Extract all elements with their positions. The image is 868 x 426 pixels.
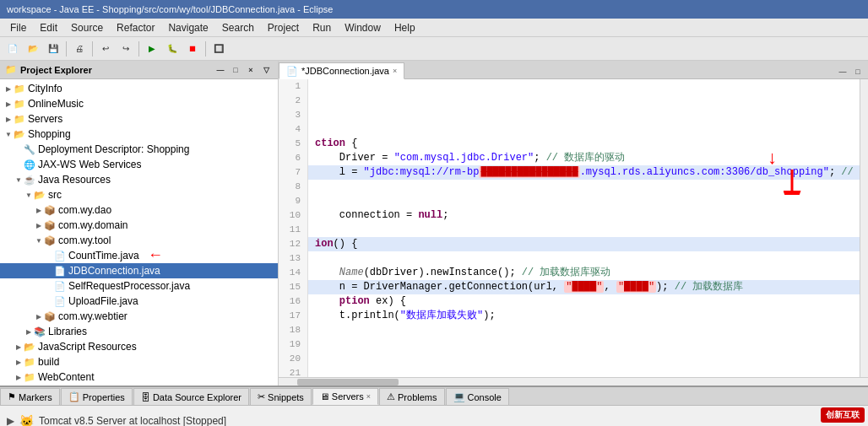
- folder-icon: 📁: [14, 114, 25, 125]
- server-start-btn[interactable]: ▶: [7, 415, 14, 426]
- console-label: Console: [468, 392, 502, 402]
- toolbar-redo[interactable]: ↪: [117, 40, 135, 58]
- tab-icon: 📄: [286, 66, 298, 77]
- tree-item-deploy[interactable]: 🔧 Deployment Descriptor: Shopping: [0, 142, 278, 157]
- code-line-5: 5 ction {: [279, 137, 868, 151]
- tree-item-build[interactable]: ▶ 📁 build: [0, 354, 278, 369]
- tree-label-webcontent: WebContent: [38, 371, 95, 383]
- java-file-icon: 📄: [54, 251, 66, 262]
- tree-item-com-wy-webtier[interactable]: ▶ 📦 com.wy.webtier: [0, 309, 278, 324]
- project-explorer-icon: 📁: [5, 64, 17, 75]
- tab-close-btn[interactable]: ×: [393, 67, 397, 75]
- menu-refactor[interactable]: Refactor: [110, 20, 161, 35]
- menu-window[interactable]: Window: [338, 20, 388, 35]
- tree-item-webcontent[interactable]: ▶ 📁 WebContent: [0, 369, 278, 385]
- package-icon: 📦: [44, 205, 56, 216]
- menu-run[interactable]: Run: [306, 20, 338, 35]
- code-line-16: 16 ption ex) {: [279, 294, 868, 309]
- servers-icon: 🖥: [320, 391, 329, 402]
- code-line-17: 17 t.println("数据库加载失败");: [279, 309, 868, 323]
- folder-icon: 📁: [24, 372, 35, 383]
- menu-help[interactable]: Help: [388, 20, 422, 35]
- toolbar-print[interactable]: 🖨: [70, 40, 89, 58]
- menu-edit[interactable]: Edit: [33, 20, 64, 35]
- code-line-6: 6 Driver = "com.mysql.jdbc.Driver"; // 数…: [279, 151, 868, 165]
- bottom-tab-datasource[interactable]: 🗄 Data Source Explorer: [133, 388, 249, 405]
- bottom-tab-snippets[interactable]: ✂ Snippets: [250, 388, 312, 405]
- tree-item-jaxws[interactable]: 🌐 JAX-WS Web Services: [0, 157, 278, 172]
- tree-item-onlinemusic[interactable]: ▶ 📁 OnlineMusic: [0, 96, 278, 111]
- tree-arrow-libraries: ▶: [24, 328, 34, 336]
- toolbar-save[interactable]: 💾: [44, 40, 62, 58]
- toolbar-new[interactable]: 📄: [3, 40, 22, 58]
- servers-close-icon[interactable]: ×: [366, 392, 371, 401]
- code-line-20: 20: [279, 352, 868, 366]
- project-tree: ▶ 📁 CityInfo ▶ 📁 OnlineMusic ▶ 📁 Servers: [0, 79, 278, 386]
- tree-arrow-dao: ▶: [34, 207, 44, 214]
- toolbar-open[interactable]: 📂: [24, 40, 42, 58]
- tree-item-com-wy-tool[interactable]: ▼ 📦 com.wy.tool: [0, 233, 278, 248]
- tree-item-javares[interactable]: ▼ ☕ Java Resources: [0, 172, 278, 187]
- code-editor[interactable]: 1 2 3 4 5 ction {: [279, 79, 868, 377]
- tree-label-javares: Java Resources: [38, 174, 111, 186]
- tree-arrow-domain: ▶: [34, 222, 44, 229]
- code-line-21: 21: [279, 366, 868, 377]
- servers-label: Servers: [332, 391, 364, 402]
- tree-item-jsres[interactable]: ▶ 📂 JavaScript Resources: [0, 339, 278, 354]
- bottom-content: ▶ 🐱 Tomcat v8.5 Server at localhost [Sto…: [0, 406, 868, 426]
- tree-item-uploadfile[interactable]: 📄 UploadFile.java: [0, 294, 278, 309]
- editor-tab-jdbconnection[interactable]: 📄 *JDBConnection.java ×: [279, 62, 404, 79]
- tree-label-libraries: Libraries: [48, 326, 87, 337]
- tree-label-deploy: Deployment Descriptor: Shopping: [38, 143, 189, 155]
- toolbar-stop[interactable]: ⏹: [183, 40, 202, 58]
- editor-minimize-btn[interactable]: —: [836, 65, 849, 78]
- editor-maximize-btn[interactable]: □: [851, 65, 865, 78]
- tree-label-servers: Servers: [28, 113, 62, 125]
- tree-item-counttime[interactable]: 📄 CountTime.java ←: [0, 248, 278, 263]
- menu-navigate[interactable]: Navigate: [161, 20, 214, 35]
- tree-arrow-jsres: ▶: [14, 343, 24, 351]
- toolbar-undo[interactable]: ↩: [96, 40, 115, 58]
- tree-item-servers[interactable]: ▶ 📁 Servers: [0, 111, 278, 127]
- code-line-12: 12 ion() {: [279, 237, 868, 251]
- tree-item-cityinfo[interactable]: ▶ 📁 CityInfo: [0, 81, 278, 96]
- toolbar-debug[interactable]: 🐛: [163, 40, 182, 58]
- menu-project[interactable]: Project: [261, 20, 306, 35]
- tree-label-build: build: [38, 356, 59, 368]
- tree-item-src[interactable]: ▼ 📂 src: [0, 187, 278, 202]
- tree-item-shopping[interactable]: ▼ 📂 Shopping: [0, 127, 278, 142]
- markers-label: Markers: [19, 392, 52, 402]
- bottom-tab-console[interactable]: 💻 Console: [446, 388, 509, 405]
- tree-arrow-onlinemusic: ▶: [3, 100, 14, 108]
- tree-item-selfrequest[interactable]: 📄 SelfRequestProcessor.java: [0, 278, 278, 294]
- tree-arrow-src: ▼: [24, 191, 34, 199]
- bottom-tab-properties[interactable]: 📋 Properties: [61, 388, 133, 405]
- tree-item-jdbconnection[interactable]: 📄 JDBConnection.java: [0, 263, 278, 278]
- bottom-tab-markers[interactable]: ⚑ Markers: [0, 388, 60, 405]
- panel-minimize-btn[interactable]: —: [214, 63, 227, 77]
- tree-item-libraries[interactable]: ▶ 📚 Libraries: [0, 324, 278, 339]
- menu-file[interactable]: File: [3, 20, 33, 35]
- tree-item-simba[interactable]: ▶ 📁 simba: [0, 385, 278, 386]
- java-file-icon: 📄: [54, 266, 66, 277]
- bottom-tab-problems[interactable]: ⚠ Problems: [379, 388, 444, 405]
- folder-open-icon: 📂: [14, 129, 25, 140]
- tree-item-com-wy-domain[interactable]: ▶ 📦 com.wy.domain: [0, 218, 278, 233]
- editor-scrollbar[interactable]: [860, 79, 868, 377]
- editor-panel: 📄 *JDBConnection.java × — □ 1 2: [279, 61, 868, 386]
- code-line-3: 3: [279, 108, 868, 122]
- panel-close-btn[interactable]: ×: [244, 63, 258, 77]
- toolbar-perspective[interactable]: 🔲: [209, 40, 228, 58]
- tree-item-com-wy-dao[interactable]: ▶ 📦 com.wy.dao: [0, 202, 278, 218]
- editor-hscroll[interactable]: [279, 377, 868, 386]
- package-icon: 📦: [44, 220, 56, 231]
- panel-view-menu-btn[interactable]: ▽: [259, 63, 273, 77]
- menu-source[interactable]: Source: [64, 20, 110, 35]
- menu-search[interactable]: Search: [215, 20, 261, 35]
- bottom-tab-servers[interactable]: 🖥 Servers ×: [312, 388, 378, 405]
- toolbar-run[interactable]: ▶: [143, 40, 161, 58]
- code-line-14: 14 Name(dbDriver).newInstance(); // 加载数据…: [279, 266, 868, 280]
- panel-maximize-btn[interactable]: □: [229, 63, 242, 77]
- src-folder-icon: 📂: [34, 190, 46, 201]
- hscroll-thumb[interactable]: [297, 379, 399, 386]
